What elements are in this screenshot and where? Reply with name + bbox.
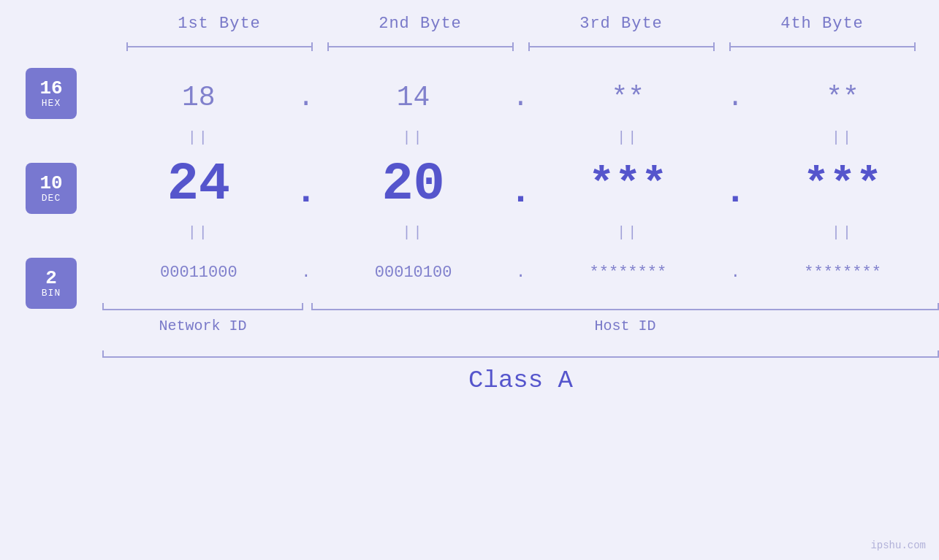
hex-dot-2: .: [510, 82, 532, 113]
bin-cell-4: ********: [746, 264, 939, 282]
host-id-bracket: Host ID: [311, 305, 939, 334]
network-id-bracket: Network ID: [102, 305, 303, 334]
class-section: Class A: [102, 356, 939, 394]
bin-val-2: 00010100: [375, 264, 452, 282]
hex-val-1: 18: [182, 82, 216, 113]
equals-row-2: || || || ||: [102, 221, 939, 243]
badge-hex: 16 HEX: [26, 68, 77, 119]
hex-dot-3: .: [724, 82, 746, 113]
host-bracket-line: [311, 309, 939, 310]
eq-3: ||: [532, 129, 725, 146]
badge-dec-label: DEC: [42, 193, 61, 204]
dec-dot-2: .: [510, 159, 532, 210]
dec-cell-3: ***: [532, 160, 725, 210]
hex-cell-1: 18: [102, 82, 295, 113]
bin-cell-1: 00011000: [102, 264, 295, 282]
network-id-label: Network ID: [102, 318, 303, 334]
dec-dot-3: .: [724, 159, 746, 210]
main-container: 1st Byte 2nd Byte 3rd Byte 4th Byte 16 H…: [0, 0, 939, 560]
dec-dot-1: .: [295, 159, 317, 210]
eq-7: ||: [532, 224, 725, 241]
eq-4: ||: [746, 129, 939, 146]
bracket-4: [729, 39, 916, 53]
hex-cell-4: **: [746, 82, 939, 113]
byte-label-1: 1st Byte: [119, 15, 320, 33]
dec-val-2: 20: [381, 155, 444, 215]
badge-hex-label: HEX: [42, 98, 61, 109]
top-brackets: [119, 39, 923, 53]
equals-row-1: || || || ||: [102, 126, 939, 148]
hex-val-3: **: [612, 82, 645, 113]
values-area: 18 . 14 . ** . **: [102, 68, 939, 394]
bracket-3: [528, 39, 715, 53]
byte-label-4: 4th Byte: [722, 15, 923, 33]
bracket-2: [327, 39, 514, 53]
eq-1: ||: [102, 129, 295, 146]
class-bracket-line: [102, 356, 939, 358]
hex-cell-3: **: [532, 82, 725, 113]
eq-2: ||: [317, 129, 510, 146]
badges-column: 16 HEX 10 DEC 2 BIN: [0, 68, 102, 309]
hex-row: 18 . 14 . ** . **: [102, 68, 939, 126]
hex-dot-1: .: [295, 82, 317, 113]
eq-8: ||: [746, 224, 939, 241]
watermark: ipshu.com: [870, 540, 926, 551]
id-brackets: Network ID Host ID: [102, 305, 939, 353]
eq-6: ||: [317, 224, 510, 241]
dec-val-3: ***: [588, 160, 667, 210]
badge-hex-num: 16: [39, 79, 62, 98]
dec-cell-4: ***: [746, 160, 939, 210]
badge-dec-num: 10: [39, 174, 62, 193]
host-id-label: Host ID: [311, 318, 939, 334]
badge-bin-num: 2: [45, 269, 57, 288]
bin-val-1: 00011000: [160, 264, 237, 282]
dec-val-1: 24: [167, 155, 230, 215]
bin-val-4: ********: [804, 264, 881, 282]
eq-5: ||: [102, 224, 295, 241]
badge-dec: 10 DEC: [26, 163, 77, 214]
bin-dot-1: .: [295, 264, 317, 282]
hex-cell-2: 14: [317, 82, 510, 113]
byte-labels-row: 1st Byte 2nd Byte 3rd Byte 4th Byte: [119, 15, 923, 33]
dec-cell-2: 20: [317, 155, 510, 215]
hex-val-4: **: [826, 82, 859, 113]
hex-val-2: 14: [397, 82, 430, 113]
dec-row: 24 . 20 . *** . ***: [102, 148, 939, 221]
bin-cell-3: ********: [532, 264, 725, 282]
byte-label-2: 2nd Byte: [320, 15, 521, 33]
bin-dot-2: .: [510, 264, 532, 282]
bin-val-3: ********: [590, 264, 667, 282]
dec-cell-1: 24: [102, 155, 295, 215]
bin-row: 00011000 . 00010100 . ******** .: [102, 243, 939, 302]
bin-cell-2: 00010100: [317, 264, 510, 282]
bin-dot-3: .: [724, 264, 746, 282]
class-label: Class A: [468, 367, 573, 394]
byte-label-3: 3rd Byte: [521, 15, 722, 33]
dec-val-4: ***: [803, 160, 882, 210]
bracket-1: [126, 39, 313, 53]
badge-bin-label: BIN: [42, 288, 61, 299]
badge-bin: 2 BIN: [26, 258, 77, 309]
